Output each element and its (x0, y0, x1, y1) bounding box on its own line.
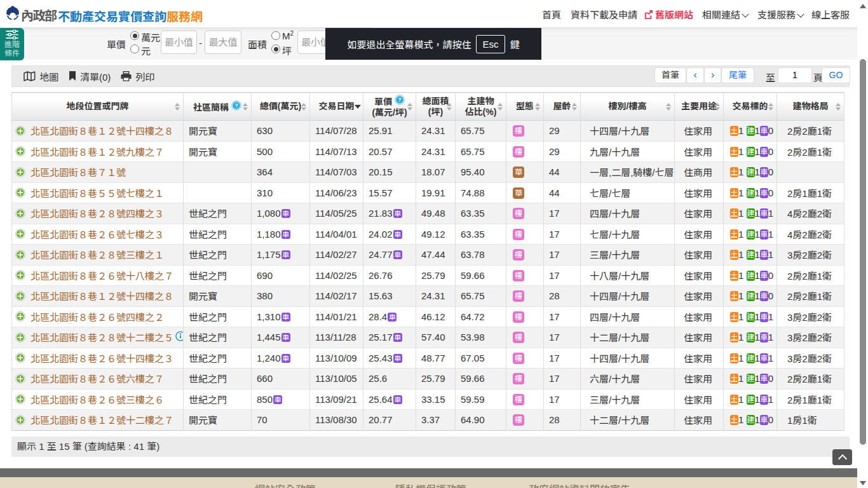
svg-text:?: ? (234, 102, 238, 109)
svg-text:?: ? (398, 96, 402, 103)
